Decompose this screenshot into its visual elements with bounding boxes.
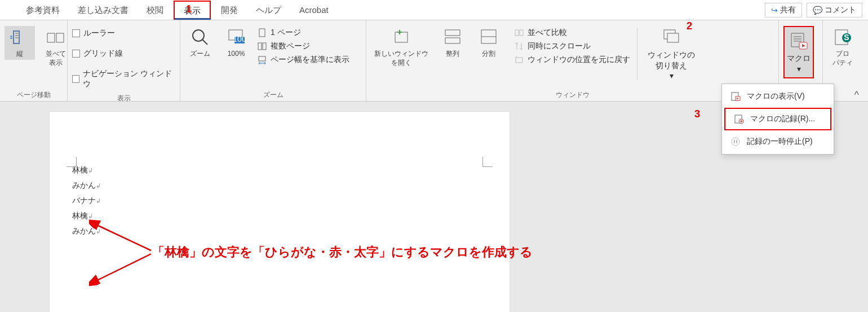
properties-label: プロ パティ [832, 50, 853, 67]
tab-bar: 参考資料 差し込み文書 校閲 表示 開発 ヘルプ Acrobat ↪ 共有 💬 … [0, 0, 868, 20]
arrange-button[interactable]: 整列 [437, 26, 468, 60]
svg-rect-20 [515, 30, 519, 36]
sidebyside-button[interactable]: 並べて 表示 [41, 26, 71, 68]
group-zoom: ズーム 100 100% 1 ページ 複数ページ ページ幅を基準に表示 ズーム [180, 20, 366, 101]
ruler-checkbox[interactable]: ルーラー [72, 28, 115, 38]
resetpos-button: ウィンドウの位置を元に戻す [514, 55, 630, 65]
svg-rect-12 [258, 43, 262, 50]
macros-icon [789, 30, 809, 51]
comment-button[interactable]: 💬 コメント [807, 3, 862, 17]
comment-icon: 💬 [813, 6, 822, 15]
margin-corner-icon [67, 157, 77, 167]
fitwidth-button[interactable]: ページ幅を基準に表示 [257, 55, 349, 65]
zoom-label: ズーム [190, 50, 210, 59]
menu-record-macro[interactable]: マクロの記録(R)... [724, 108, 831, 130]
step-3-marker: 3 [694, 108, 700, 120]
macros-list-icon [730, 91, 741, 102]
svg-rect-14 [259, 56, 265, 61]
svg-rect-13 [263, 43, 266, 50]
resetpos-icon [514, 55, 524, 65]
svg-text:100: 100 [233, 34, 246, 43]
macros-label: マクロ▾ [787, 53, 811, 74]
chevron-down-icon: ▾ [797, 64, 801, 73]
arrange-icon [442, 27, 463, 47]
share-button[interactable]: ↪ 共有 [765, 3, 802, 17]
paragraph-mark-icon: ↲ [96, 197, 101, 204]
checkbox-icon [72, 29, 80, 37]
tab-acrobat[interactable]: Acrobat [290, 0, 338, 20]
vertical-button[interactable]: 縦 [5, 26, 35, 60]
checkbox-icon [72, 50, 80, 58]
multipage-button[interactable]: 複数ページ [257, 41, 349, 51]
switchwindow-icon [661, 27, 681, 47]
syncscroll-icon [514, 41, 524, 51]
menu-pause-label: 記録の一時停止(P) [747, 137, 813, 147]
zoom-group-label: ズーム [185, 88, 361, 101]
svg-line-43 [96, 225, 151, 251]
sidebyside-icon [46, 27, 66, 47]
svg-rect-0 [14, 31, 19, 43]
multipage-icon [257, 41, 267, 51]
tab-view[interactable]: 表示 [174, 1, 211, 20]
syncscroll-label: 同時にスクロール [528, 41, 591, 51]
newwindow-button[interactable]: 新しいウィンドウ を開く [371, 26, 432, 68]
multipage-label: 複数ページ [271, 41, 310, 51]
onepage-icon [257, 28, 267, 38]
switchwindow-button[interactable]: ウィンドウの 切り替え▾ [644, 26, 698, 82]
hundred-icon: 100 [226, 27, 246, 47]
tab-mailmerge[interactable]: 差し込み文書 [69, 0, 138, 20]
menu-view-macros[interactable]: マクロの表示(V) [722, 86, 834, 107]
tab-references[interactable]: 参考資料 [17, 0, 69, 20]
annotation-text: 「林檎」の文字を「ひらがな・赤・太字」にするマクロを作成する [152, 244, 581, 261]
hundred-button[interactable]: 100 100% [221, 26, 251, 60]
doc-line-3[interactable]: バナナ↲ [72, 193, 487, 208]
svg-rect-15 [395, 32, 408, 42]
syncscroll-button: 同時にスクロール [514, 41, 630, 51]
chevron-down-icon: ▾ [670, 71, 674, 80]
svg-rect-24 [667, 33, 679, 42]
grid-label: グリッド線 [83, 49, 123, 59]
macros-button[interactable]: マクロ▾ [783, 26, 814, 78]
svg-rect-22 [516, 58, 522, 63]
grid-checkbox[interactable]: グリッド線 [72, 49, 123, 59]
menu-view-label: マクロの表示(V) [747, 91, 805, 102]
vertical-icon [10, 27, 30, 47]
comment-label: コメント [825, 5, 856, 15]
onepage-button[interactable]: 1 ページ [257, 28, 349, 38]
split-button[interactable]: 分割 [473, 26, 504, 60]
onepage-label: 1 ページ [271, 28, 301, 38]
window-group-label: ウィンドウ [371, 88, 774, 101]
tab-review[interactable]: 校閲 [138, 0, 172, 20]
newwindow-icon [391, 27, 411, 47]
ruler-label: ルーラー [83, 28, 115, 38]
compare-icon [514, 28, 524, 38]
paragraph-mark-icon: ↲ [88, 167, 93, 174]
properties-button[interactable]: S プロ パティ [827, 26, 858, 68]
hundred-label: 100% [228, 50, 245, 59]
navpane-checkbox[interactable]: ナビゲーション ウィンドウ [72, 69, 175, 89]
sharepoint-icon: S [832, 27, 853, 47]
doc-line-1[interactable]: 林檎↲ [72, 162, 487, 178]
fitwidth-label: ページ幅を基準に表示 [271, 55, 349, 65]
svg-rect-5 [56, 33, 64, 42]
tab-developer[interactable]: 開発 [212, 0, 247, 20]
doc-line-2[interactable]: みかん↲ [72, 178, 487, 193]
group-pagemove: 縦 並べて 表示 ページ移動 [0, 20, 68, 101]
svg-line-7 [202, 39, 207, 45]
group-window: 新しいウィンドウ を開く 整列 分割 並べて比較 同時にスクロール ウィンドウの… [366, 20, 779, 101]
svg-point-39 [740, 120, 742, 122]
nav-label: ナビゲーション ウィンドウ [83, 69, 175, 89]
compare-label: 並べて比較 [528, 28, 567, 38]
tab-help[interactable]: ヘルプ [247, 0, 290, 20]
collapse-ribbon-button[interactable]: ^ [854, 89, 859, 101]
svg-rect-17 [445, 38, 460, 43]
group-show: ルーラー グリッド線 ナビゲーション ウィンドウ 表示 [68, 20, 180, 101]
record-icon [733, 113, 745, 125]
share-label: 共有 [780, 5, 796, 15]
svg-rect-4 [47, 33, 55, 42]
svg-rect-11 [259, 29, 265, 37]
annotation-arrow-1 [89, 219, 157, 292]
margin-corner-icon [482, 157, 493, 167]
checkbox-icon [72, 75, 79, 83]
zoom-button[interactable]: ズーム [185, 26, 215, 60]
